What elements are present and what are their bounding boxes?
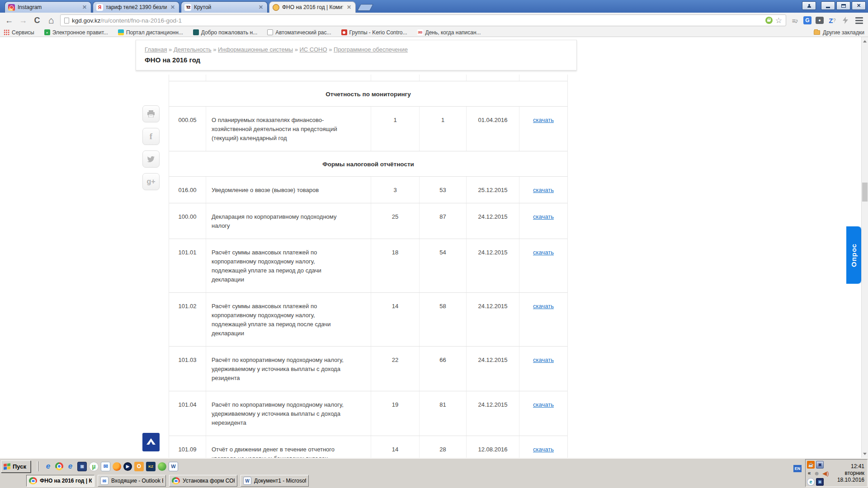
internet-explorer-icon[interactable]: e <box>43 462 53 471</box>
cell-count-2: 28 <box>420 436 467 458</box>
bookmark-item[interactable]: Добро пожаловать н... <box>193 29 257 36</box>
scroll-to-top-button[interactable] <box>142 433 160 451</box>
forward-icon[interactable]: → <box>18 16 28 25</box>
lock-icon[interactable] <box>765 17 773 24</box>
print-button[interactable] <box>142 105 160 122</box>
qip-icon[interactable] <box>158 462 166 471</box>
bookmark-label: Сервисы <box>12 29 34 36</box>
cell-count-1: 19 <box>371 391 420 436</box>
scrollbar-thumb[interactable] <box>862 183 868 202</box>
scrollbar-up-icon[interactable] <box>862 38 868 45</box>
home-icon[interactable]: ⌂ <box>46 15 56 26</box>
googleplus-button[interactable]: g+ <box>142 173 160 190</box>
profile-icon[interactable] <box>802 1 816 10</box>
cell-download: скачать <box>519 391 567 436</box>
cell-description: Расчёт суммы авансовых платежей по корпо… <box>206 293 371 346</box>
tab-title: тариф теле2 1390 безлими <box>106 4 167 10</box>
cell-description: Отчёт о движении денег в течение отчетно… <box>206 436 371 458</box>
download-link[interactable]: скачать <box>533 213 554 220</box>
facebook-button[interactable]: f <box>142 128 160 145</box>
tab-close-icon[interactable]: ✕ <box>81 4 88 10</box>
new-tab-button[interactable] <box>357 4 373 11</box>
word-icon[interactable]: W <box>169 462 178 471</box>
survey-tab[interactable]: Опрос <box>846 226 861 284</box>
language-indicator[interactable]: EN <box>793 465 802 472</box>
breadcrumb-link[interactable]: Программное обеспечение <box>334 46 408 53</box>
zaim-icon[interactable]: Z? <box>828 16 837 25</box>
twitter-button[interactable] <box>142 150 160 168</box>
bookmark-item[interactable]: Сервисы <box>4 29 34 36</box>
taskbar-window-button[interactable]: Установка форм СОНО ... <box>169 475 237 487</box>
table-group-header: Отчетность по мониторингу <box>169 81 568 107</box>
outlook-express-icon[interactable]: ✉ <box>101 462 110 471</box>
download-link[interactable]: скачать <box>533 117 554 123</box>
download-link[interactable]: скачать <box>533 303 554 310</box>
playlist-icon[interactable]: ≡♪ <box>790 16 799 25</box>
internet-explorer-2-icon[interactable]: e <box>66 462 75 471</box>
breadcrumb-link[interactable]: Информационные системы <box>218 46 293 53</box>
tab-close-icon[interactable]: ✕ <box>258 4 264 10</box>
remote-desktop-icon[interactable]: ▣ <box>816 461 824 469</box>
taskbar-window-button[interactable]: WДокумент1 - Microsoft ... <box>241 475 309 487</box>
scrollbar[interactable] <box>861 37 868 458</box>
bookmark-item[interactable]: 363День, когда написан... <box>417 29 481 36</box>
translate-icon[interactable]: G <box>803 16 811 24</box>
close-icon[interactable]: ✕ <box>852 1 866 10</box>
tray-clock[interactable]: 12:41 вторник 18.10.2016 <box>837 463 865 483</box>
user-icon[interactable]: ☻ <box>813 469 821 477</box>
instagram-icon <box>8 4 15 11</box>
breadcrumb-link[interactable]: Деятельность <box>174 46 212 53</box>
chrome-icon[interactable] <box>55 462 63 470</box>
browser-tab[interactable]: Instagram✕ <box>5 1 91 13</box>
word-icon: W <box>243 477 251 485</box>
browser-tab[interactable]: ФНО на 2016 год | Комитет✕ <box>269 1 356 13</box>
collapse-icon[interactable]: « <box>807 469 811 477</box>
download-link[interactable]: скачать <box>533 249 554 256</box>
tab-close-icon[interactable]: ✕ <box>170 4 176 10</box>
breadcrumb-separator: » <box>167 46 173 53</box>
utorrent-icon[interactable]: µ <box>89 462 99 471</box>
table-row: 101.04Расчёт по корпоративному подоходно… <box>169 391 568 436</box>
remote-desktop-icon[interactable]: ▣ <box>77 462 87 471</box>
toolbar-handle[interactable] <box>37 461 38 471</box>
menu-icon[interactable] <box>854 17 864 24</box>
breadcrumb-link[interactable]: Главная <box>145 46 167 53</box>
breadcrumb-link[interactable]: ИС СОНО <box>300 46 327 53</box>
bookmark-star-icon[interactable]: ☆ <box>775 16 782 25</box>
table-row: 016.00Уведомление о ввозе (вывозе) товар… <box>169 177 568 203</box>
download-link[interactable]: скачать <box>533 187 554 193</box>
taskbar-window-button[interactable]: ФНО на 2016 год | К... <box>26 475 94 487</box>
download-link[interactable]: скачать <box>533 446 554 453</box>
browser-tab[interactable]: Крутой✕ <box>181 1 268 13</box>
volume-icon[interactable]: ◀) <box>822 469 830 477</box>
address-bar[interactable]: kgd.gov.kz/ru/content/fno-na-2016-god-1 … <box>60 14 786 26</box>
other-bookmarks[interactable]: Другие закладки <box>814 29 864 36</box>
minimize-icon[interactable] <box>821 1 835 10</box>
download-link[interactable]: скачать <box>533 401 554 408</box>
tab-close-icon[interactable]: ✕ <box>346 4 352 10</box>
network-icon[interactable]: ▣ <box>816 478 824 486</box>
bookmark-item[interactable]: Автоматический рас... <box>267 29 331 36</box>
eset-icon[interactable]: e <box>807 478 815 486</box>
browser-tab[interactable]: тариф теле2 1390 безлими✕ <box>93 1 179 13</box>
reload-icon[interactable]: C <box>32 16 42 25</box>
bookmark-item[interactable]: Группы - Kerio Contro... <box>341 29 407 36</box>
firefox-icon[interactable] <box>113 462 121 471</box>
download-link[interactable]: скачать <box>533 357 554 363</box>
java-icon[interactable]: ☕ <box>807 461 815 469</box>
back-icon[interactable]: ← <box>4 16 14 25</box>
scrollbar-down-icon[interactable] <box>862 450 868 457</box>
chat-icon[interactable]: ● <box>816 17 824 24</box>
maximize-icon[interactable] <box>836 1 850 10</box>
bookmark-item[interactable]: Портал дистанционн... <box>118 29 183 36</box>
outlook-icon[interactable]: O <box>134 462 144 471</box>
cell-date: 01.04.2016 <box>467 107 519 151</box>
kz-app-icon[interactable]: KZ <box>146 462 156 471</box>
start-button[interactable]: Пуск <box>1 460 31 473</box>
taskbar-window-button[interactable]: ✉Входящие - Outlook Exp... <box>98 475 166 487</box>
system-tray: ☕▣«☻◀)e▣ 12:41 вторник 18.10.2016 <box>805 459 868 487</box>
media-player-icon[interactable]: ▶ <box>123 462 132 471</box>
lightning-icon[interactable] <box>841 16 850 25</box>
kerio-icon <box>341 29 347 35</box>
bookmark-item[interactable]: eЭлектронное правит... <box>44 29 108 36</box>
